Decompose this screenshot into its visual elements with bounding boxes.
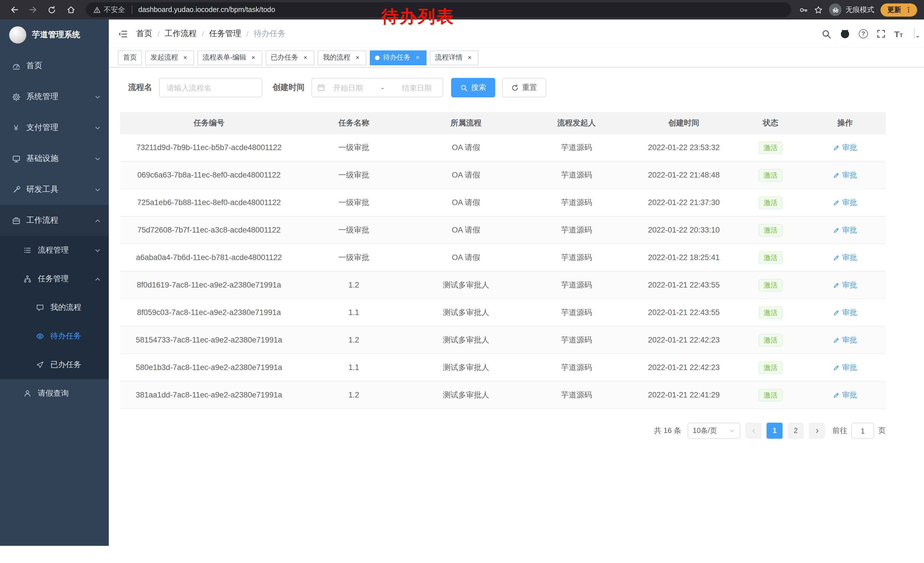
page-header: 首页 / 工作流程 / 任务管理 / 待办任务 ? T T bbox=[109, 20, 924, 48]
github-link[interactable] bbox=[840, 29, 850, 39]
cell-task-name: 1.2 bbox=[298, 326, 410, 354]
next-page-button[interactable] bbox=[809, 423, 825, 439]
todo-task-table: 任务编号 任务名称 所属流程 流程发起人 创建时间 状态 操作 bbox=[120, 112, 886, 409]
approve-link[interactable]: 审批 bbox=[833, 335, 857, 345]
tab-label: 首页 bbox=[123, 53, 137, 62]
approve-link[interactable]: 审批 bbox=[833, 252, 857, 263]
close-icon[interactable] bbox=[249, 54, 257, 62]
approve-link[interactable]: 审批 bbox=[833, 197, 857, 208]
cell-task-id: 75d72608-7b7f-11ec-a3c8-acde48001122 bbox=[120, 216, 298, 244]
sidebar-item-home[interactable]: 首页 bbox=[0, 50, 109, 81]
yen-icon: ¥ bbox=[12, 123, 21, 132]
cell-task-id: a6aba0a4-7b6d-11ec-b781-acde48001122 bbox=[120, 244, 298, 271]
edit-icon bbox=[833, 281, 840, 288]
cell-starter: 芋道源码 bbox=[522, 189, 631, 216]
breadcrumb-home[interactable]: 首页 bbox=[136, 29, 152, 39]
process-name-input[interactable] bbox=[159, 78, 262, 98]
table-row: a6aba0a4-7b6d-11ec-b781-acde48001122 一级审… bbox=[120, 244, 886, 271]
browser-forward-button bbox=[26, 3, 40, 17]
tab-done-task[interactable]: 已办任务 bbox=[266, 50, 314, 65]
status-badge: 激活 bbox=[759, 196, 783, 209]
approve-link[interactable]: 审批 bbox=[833, 280, 857, 290]
table-row: 8f0d1619-7ac8-11ec-a9e2-a2380e71991a 1.2… bbox=[120, 271, 886, 299]
page-button-1[interactable]: 1 bbox=[766, 423, 783, 439]
tab-start-process[interactable]: 发起流程 bbox=[146, 50, 194, 65]
tab-my-process[interactable]: 我的流程 bbox=[318, 50, 366, 65]
cell-actions: 审批 bbox=[804, 326, 886, 354]
help-button[interactable]: ? bbox=[859, 29, 868, 38]
goto-page-input[interactable] bbox=[851, 423, 874, 439]
pagination-goto: 前往 页 bbox=[832, 423, 886, 439]
cell-status: 激活 bbox=[737, 161, 804, 189]
table-row: 58154733-7ac8-11ec-a9e2-a2380e71991a 1.2… bbox=[120, 326, 886, 354]
approve-link[interactable]: 审批 bbox=[833, 362, 857, 372]
tab-process-detail[interactable]: 流程详情 bbox=[430, 50, 478, 65]
sidebar-item-process-mgmt[interactable]: 流程管理 bbox=[0, 236, 109, 264]
sidebar-item-system-mgmt[interactable]: 系统管理 bbox=[0, 81, 109, 112]
tab-todo-task[interactable]: 待办任务 bbox=[370, 50, 426, 65]
approve-link[interactable]: 审批 bbox=[833, 390, 857, 400]
user-avatar-menu[interactable] bbox=[914, 29, 915, 39]
process-name-label: 流程名 bbox=[128, 83, 152, 93]
status-badge: 激活 bbox=[759, 169, 783, 181]
fullscreen-button[interactable] bbox=[876, 29, 886, 38]
chevron-down-icon bbox=[729, 428, 735, 434]
sidebar-item-todo-task[interactable]: 待办任务 bbox=[0, 322, 109, 350]
sidebar-item-leave-query[interactable]: 请假查询 bbox=[0, 379, 109, 408]
cell-task-id: 8f0d1619-7ac8-11ec-a9e2-a2380e71991a bbox=[120, 271, 298, 299]
approve-link[interactable]: 审批 bbox=[833, 307, 857, 318]
breadcrumb-workflow[interactable]: 工作流程 bbox=[165, 29, 196, 39]
cell-task-id: 58154733-7ac8-11ec-a9e2-a2380e71991a bbox=[120, 326, 298, 354]
cell-actions: 审批 bbox=[804, 216, 886, 244]
approve-link[interactable]: 审批 bbox=[833, 142, 857, 153]
sidebar-item-devtools[interactable]: 研发工具 bbox=[0, 174, 109, 205]
sidebar-item-done-task[interactable]: 已办任务 bbox=[0, 350, 109, 379]
table-header-row: 任务编号 任务名称 所属流程 流程发起人 创建时间 状态 操作 bbox=[120, 113, 886, 134]
cell-task-id: 725a1eb6-7b88-11ec-8ef0-acde48001122 bbox=[120, 189, 298, 216]
sidebar-item-payment-mgmt[interactable]: ¥ 支付管理 bbox=[0, 112, 109, 143]
sidebar-item-label: 已办任务 bbox=[50, 360, 81, 370]
cell-status: 激活 bbox=[737, 381, 804, 408]
sidebar-collapse-button[interactable] bbox=[118, 29, 128, 39]
browser-back-button[interactable] bbox=[7, 3, 21, 17]
start-date-input[interactable] bbox=[327, 83, 369, 92]
close-icon[interactable] bbox=[181, 54, 189, 62]
tab-home[interactable]: 首页 bbox=[118, 50, 142, 65]
logo-area[interactable]: 芋道管理系统 bbox=[0, 20, 109, 50]
chat-icon bbox=[36, 303, 45, 312]
password-key-button[interactable] bbox=[799, 6, 808, 14]
close-icon[interactable] bbox=[465, 54, 474, 62]
sidebar-item-infrastructure[interactable]: 基础设施 bbox=[0, 143, 109, 174]
site-security-indicator[interactable]: 不安全 bbox=[93, 5, 125, 15]
sidebar-item-my-process[interactable]: 我的流程 bbox=[0, 293, 109, 322]
sidebar-item-workflow[interactable]: 工作流程 bbox=[0, 205, 109, 236]
table-row: 725a1eb6-7b88-11ec-8ef0-acde48001122 一级审… bbox=[120, 189, 886, 216]
browser-reload-button[interactable] bbox=[45, 3, 59, 17]
page-size-select[interactable]: 10条/页 bbox=[687, 423, 740, 439]
workflow-submenu: 流程管理 任务管理 我的流程 待办任务 bbox=[0, 236, 109, 379]
search-button[interactable]: 搜索 bbox=[451, 78, 495, 98]
status-badge: 激活 bbox=[759, 389, 783, 401]
tab-process-form-edit[interactable]: 流程表单-编辑 bbox=[198, 50, 262, 65]
end-date-input[interactable] bbox=[396, 83, 437, 92]
date-range-picker[interactable]: - bbox=[311, 78, 443, 98]
cell-actions: 审批 bbox=[804, 354, 886, 381]
breadcrumb-task-mgmt[interactable]: 任务管理 bbox=[209, 29, 241, 39]
sidebar-item-task-mgmt[interactable]: 任务管理 bbox=[0, 264, 109, 293]
page-button-2[interactable]: 2 bbox=[788, 423, 804, 439]
menu-dots-icon[interactable] bbox=[905, 6, 912, 13]
close-icon[interactable] bbox=[353, 54, 361, 62]
bookmark-star-button[interactable] bbox=[814, 6, 823, 14]
reset-button[interactable]: 重置 bbox=[502, 78, 546, 98]
browser-update-button[interactable]: 更新 bbox=[880, 3, 917, 17]
close-icon[interactable] bbox=[413, 54, 422, 62]
approve-link[interactable]: 审批 bbox=[833, 170, 857, 180]
approve-link[interactable]: 审批 bbox=[833, 225, 857, 235]
font-size-button[interactable]: T T bbox=[894, 30, 903, 38]
browser-home-button[interactable] bbox=[63, 3, 78, 17]
cell-status: 激活 bbox=[737, 134, 804, 161]
cell-task-name: 1.2 bbox=[298, 271, 410, 299]
header-search-button[interactable] bbox=[822, 29, 831, 39]
github-icon bbox=[840, 29, 850, 39]
close-icon[interactable] bbox=[301, 54, 309, 62]
